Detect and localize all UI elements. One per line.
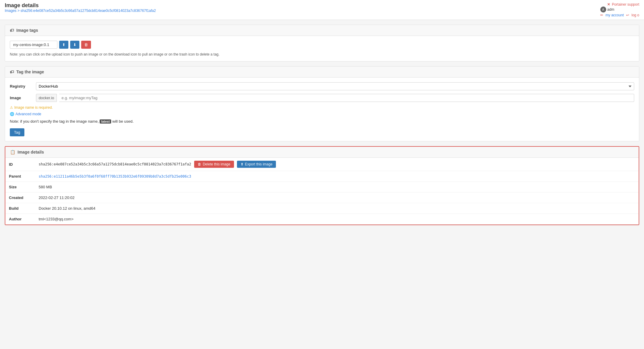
- registry-label: Registry: [10, 84, 34, 89]
- parent-value: sha256:e11211a46b5e5b3f0a6f0f68ff70b1353…: [35, 171, 639, 182]
- tag-name-display: my-centos-image:0.1: [10, 41, 57, 49]
- tag-button[interactable]: Tag: [10, 128, 24, 136]
- id-hash: sha256:e4e087ce52a34b5c3c66a57a1275dcb81…: [39, 162, 191, 166]
- top-bar: Image details Images > sha256:e4e087ce52…: [0, 0, 644, 20]
- advanced-mode-link[interactable]: 🌐 Advanced mode: [10, 112, 634, 116]
- tag-image-icon: 🏷: [10, 70, 14, 74]
- push-image-button[interactable]: ⬆: [59, 41, 68, 49]
- image-details-header: 📋 Image details: [5, 147, 639, 158]
- pull-image-button[interactable]: ⬇: [70, 41, 79, 49]
- build-label: Build: [5, 203, 35, 214]
- export-icon: ⬆: [241, 162, 244, 166]
- image-tags-header: 🏷 Image tags: [5, 25, 639, 36]
- tag-image-body: Registry DockerHub Image docker.io ⚠ Ima…: [5, 78, 639, 141]
- user-links: ✏ my account ↩ log o: [600, 13, 639, 17]
- breadcrumb: Images > sha256:e4e087ce52a34b5c3c66a57a…: [5, 9, 156, 13]
- logout-icon: ↩: [626, 13, 629, 17]
- table-row: Size 580 MB: [5, 182, 639, 192]
- table-row: Created 2022-02-27 11:20:02: [5, 192, 639, 203]
- details-table: ID sha256:e4e087ce52a34b5c3c66a57a1275dc…: [5, 158, 639, 225]
- portainer-x-icon: ✕: [607, 2, 610, 7]
- globe-icon: 🌐: [10, 112, 14, 116]
- latest-badge: latest: [100, 119, 111, 124]
- table-row: Parent sha256:e11211a46b5e5b3f0a6f0f68ff…: [5, 171, 639, 182]
- logout-link[interactable]: log o: [632, 13, 639, 17]
- table-row: Author tml<1233@qq.com>: [5, 214, 639, 225]
- avatar: A: [600, 7, 606, 12]
- parent-label: Parent: [5, 171, 35, 182]
- tag-icon: 🏷: [10, 28, 14, 33]
- top-bar-left: Image details Images > sha256:e4e087ce52…: [5, 2, 156, 13]
- build-value: Docker 20.10.12 on linux, amd64: [35, 203, 639, 214]
- image-details-body: ID sha256:e4e087ce52a34b5c3c66a57a1275dc…: [5, 158, 639, 225]
- id-label: ID: [5, 158, 35, 171]
- header-admin: A adm: [600, 7, 639, 12]
- top-bar-right: ✕ Portainer support A adm ✏ my account ↩…: [600, 2, 639, 17]
- image-error-text: ⚠ Image name is required.: [10, 105, 634, 110]
- page-title: Image details: [5, 2, 156, 9]
- delete-tag-button[interactable]: 🗑: [81, 41, 91, 49]
- table-row: ID sha256:e4e087ce52a34b5c3c66a57a1275dc…: [5, 158, 639, 171]
- pencil-icon: ✏: [600, 13, 603, 17]
- main-content: 🏷 Image tags my-centos-image:0.1 ⬆ ⬇ 🗑 N…: [0, 20, 644, 235]
- tag-row: my-centos-image:0.1 ⬆ ⬇ 🗑: [10, 41, 634, 49]
- id-cell: sha256:e4e087ce52a34b5c3c66a57a1275dcb81…: [35, 158, 639, 171]
- portainer-support-link[interactable]: ✕ Portainer support: [600, 2, 639, 7]
- image-row: Image docker.io: [10, 94, 634, 102]
- author-value: tml<1233@qq.com>: [35, 214, 639, 225]
- registry-select[interactable]: DockerHub: [36, 82, 634, 90]
- image-input[interactable]: [59, 94, 634, 102]
- breadcrumb-images-link[interactable]: Images: [5, 9, 16, 13]
- image-tags-body: my-centos-image:0.1 ⬆ ⬇ 🗑 Note: you can …: [5, 36, 639, 61]
- image-tags-section: 🏷 Image tags my-centos-image:0.1 ⬆ ⬇ 🗑 N…: [5, 25, 639, 61]
- image-prefix: docker.io: [36, 94, 57, 102]
- size-value: 580 MB: [35, 182, 639, 192]
- tag-image-header: 🏷 Tag the image: [5, 67, 639, 78]
- created-value: 2022-02-27 11:20:02: [35, 192, 639, 203]
- delete-image-button[interactable]: 🗑 Delete this image: [194, 161, 234, 168]
- table-row: Build Docker 20.10.12 on linux, amd64: [5, 203, 639, 214]
- breadcrumb-hash-link[interactable]: sha256:e4e087ce52a34b5c3c66a57a1275dcb81…: [21, 9, 156, 13]
- parent-link[interactable]: sha256:e11211a46b5e5b3f0a6f0f68ff70b1353…: [39, 174, 191, 179]
- tag-note: Note: you can click on the upload icon t…: [10, 52, 634, 56]
- delete-icon: 🗑: [198, 162, 201, 166]
- my-account-link[interactable]: my account: [606, 13, 624, 17]
- image-details-section: 📋 Image details ID sha256:e4e087ce52a34b…: [5, 146, 639, 225]
- registry-row: Registry DockerHub: [10, 82, 634, 90]
- size-label: Size: [5, 182, 35, 192]
- export-image-button[interactable]: ⬆ Export this image: [237, 161, 276, 168]
- details-icon: 📋: [10, 150, 15, 154]
- latest-note: Note: if you don't specify the tag in th…: [10, 119, 634, 124]
- author-label: Author: [5, 214, 35, 225]
- warning-icon: ⚠: [10, 105, 13, 110]
- image-label: Image: [10, 96, 34, 100]
- tag-image-section: 🏷 Tag the image Registry DockerHub Image…: [5, 66, 639, 141]
- created-label: Created: [5, 192, 35, 203]
